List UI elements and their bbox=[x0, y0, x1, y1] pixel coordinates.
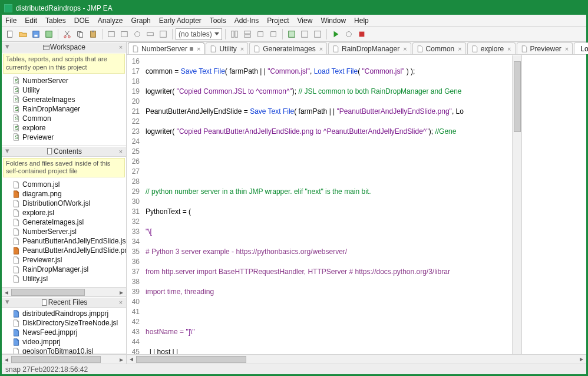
menu-doe[interactable]: DOE bbox=[74, 17, 90, 25]
editor-tab[interactable]: Utility× bbox=[206, 42, 248, 54]
tab-label: Common bbox=[426, 45, 455, 53]
recent-close-icon[interactable]: × bbox=[117, 299, 124, 306]
editor-tab[interactable]: Previewer× bbox=[517, 42, 573, 54]
recent-item[interactable]: DiskDirectorySizeTreeNode.jsl bbox=[4, 318, 124, 328]
tab-close-icon[interactable]: × bbox=[403, 45, 407, 52]
editor-tab[interactable]: RainDropManager× bbox=[328, 42, 411, 54]
editor-tab[interactable]: NumberServer× bbox=[128, 42, 204, 54]
workspace-item[interactable]: SNumberServer bbox=[4, 76, 124, 85]
workspace-item[interactable]: SGenerateImages bbox=[4, 95, 124, 104]
workspace-item[interactable]: SPreviewer bbox=[4, 133, 124, 142]
contents-item-label: Previewer.jsl bbox=[22, 256, 62, 264]
left-hscroll[interactable]: ◂▸ bbox=[2, 354, 127, 364]
code-editor[interactable]: 1617181920212223242526272829303132333435… bbox=[127, 55, 521, 354]
menu-project[interactable]: Project bbox=[267, 17, 289, 25]
contents-item[interactable]: GenerateImages.jsl bbox=[4, 217, 124, 227]
editor-hscroll[interactable]: ◂ ▸ bbox=[127, 354, 586, 364]
toolbar-cut-icon[interactable] bbox=[61, 28, 73, 40]
tab-close-icon[interactable]: × bbox=[458, 45, 461, 52]
tables-combo[interactable]: (no tables) bbox=[176, 28, 222, 40]
contents-tree: Common.jsldiagram.pngDistributionOfWork.… bbox=[2, 179, 126, 287]
toolbar-btn9-icon[interactable] bbox=[157, 28, 169, 40]
workspace-item[interactable]: SCommon bbox=[4, 114, 124, 123]
contents-item[interactable]: diagram.png bbox=[4, 189, 124, 199]
menu-early-adopter[interactable]: Early Adopter bbox=[159, 17, 201, 25]
toolbar-grp3c-icon[interactable] bbox=[312, 28, 323, 40]
contents-min-icon[interactable]: ▾ bbox=[4, 148, 11, 155]
tab-close-icon[interactable]: × bbox=[565, 45, 569, 52]
editor-tab[interactable]: explore× bbox=[467, 42, 516, 54]
toolbar-grp2a-icon[interactable] bbox=[229, 28, 240, 40]
toolbar-save-icon[interactable] bbox=[30, 28, 42, 40]
workspace-item[interactable]: Sexplore bbox=[4, 123, 124, 133]
menu-tools[interactable]: Tools bbox=[210, 17, 226, 25]
recent-item[interactable]: distributedRaindrops.jmpprj bbox=[4, 309, 124, 318]
contents-item[interactable]: Utility.jsl bbox=[4, 274, 124, 283]
toolbar-run-icon[interactable] bbox=[330, 28, 342, 40]
recent-item[interactable]: video.jmpprj bbox=[4, 337, 124, 347]
svg-rect-24 bbox=[44, 45, 49, 50]
log-tab[interactable]: Log bbox=[574, 42, 588, 54]
tab-label: RainDropManager bbox=[342, 45, 399, 53]
toolbar-btn6-icon[interactable] bbox=[118, 28, 130, 40]
svg-text:S: S bbox=[15, 115, 19, 121]
contents-item[interactable]: RainDropManager.jsl bbox=[4, 265, 124, 274]
toolbar-grp2b-icon[interactable] bbox=[242, 28, 253, 40]
contents-close-icon[interactable]: × bbox=[117, 148, 124, 155]
recent-item[interactable]: NewsFeed.jmpprj bbox=[4, 328, 124, 337]
workspace-item[interactable]: SUtility bbox=[4, 85, 124, 95]
contents-title: Contents bbox=[54, 147, 82, 156]
menu-view[interactable]: View bbox=[298, 17, 313, 25]
menu-window[interactable]: Window bbox=[321, 17, 346, 25]
contents-item[interactable]: NumberServer.jsl bbox=[4, 227, 124, 236]
contents-item[interactable]: DistributionOfWork.jsl bbox=[4, 199, 124, 208]
tab-close-icon[interactable]: × bbox=[197, 45, 200, 52]
recent-item[interactable]: geojsonToBitmap10.jsl bbox=[4, 347, 124, 354]
toolbar-grp3a-icon[interactable] bbox=[286, 28, 298, 40]
workspace-item[interactable]: SRainDropManager bbox=[4, 104, 124, 114]
toolbar-grp3b-icon[interactable] bbox=[299, 28, 310, 40]
editor-tab[interactable]: Common× bbox=[412, 42, 466, 54]
toolbar-copy-icon[interactable] bbox=[74, 28, 86, 40]
menu-help[interactable]: Help bbox=[354, 17, 369, 25]
workspace-min-icon[interactable]: ▾ bbox=[4, 44, 11, 51]
contents-hscroll[interactable]: ◂▸ bbox=[2, 287, 126, 296]
script-icon bbox=[471, 45, 478, 52]
recent-min-icon[interactable]: ▾ bbox=[4, 299, 11, 306]
contents-item[interactable]: Common.jsl bbox=[4, 180, 124, 189]
tab-close-icon[interactable]: × bbox=[319, 45, 323, 52]
toolbar-grp2d-icon[interactable] bbox=[267, 28, 279, 40]
menu-addins[interactable]: Add-Ins bbox=[234, 17, 259, 25]
svg-rect-7 bbox=[79, 32, 82, 37]
toolbar-grp2c-icon[interactable] bbox=[255, 28, 266, 40]
toolbar-btn8-icon[interactable] bbox=[144, 28, 156, 40]
editor-tab[interactable]: GenerateImages× bbox=[249, 42, 327, 54]
svg-text:S: S bbox=[15, 96, 19, 103]
left-column: ▾ Workspace × Tables, reports, and scrip… bbox=[2, 42, 127, 354]
toolbar-open-icon[interactable] bbox=[17, 28, 29, 40]
menu-file[interactable]: File bbox=[5, 17, 16, 25]
app-icon bbox=[4, 4, 12, 12]
toolbar-stop-icon[interactable] bbox=[356, 28, 368, 40]
contents-item[interactable]: PeanutButterAndJellyEndSlide.png bbox=[4, 246, 124, 255]
contents-item[interactable]: PeanutButterAndJellyEndSlide.jsl bbox=[4, 236, 124, 246]
toolbar-saveproj-icon[interactable] bbox=[43, 28, 55, 40]
toolbar-btn7-icon[interactable] bbox=[131, 28, 143, 40]
code-area[interactable]: common = Save Text File( farmPath | | "C… bbox=[142, 55, 512, 354]
menu-edit[interactable]: Edit bbox=[25, 17, 37, 25]
toolbar-btn5-icon[interactable] bbox=[105, 28, 117, 40]
toolbar-paste-icon[interactable] bbox=[87, 28, 99, 40]
workspace-close-icon[interactable]: × bbox=[117, 44, 124, 51]
title-bar: distributedRaindrops - JMP EA bbox=[2, 2, 586, 15]
toolbar-new-icon[interactable] bbox=[4, 28, 16, 40]
workspace-item-label: Previewer bbox=[22, 133, 54, 141]
editor-vscroll[interactable] bbox=[512, 55, 521, 354]
tab-close-icon[interactable]: × bbox=[240, 45, 244, 52]
toolbar-debug-icon[interactable] bbox=[343, 28, 355, 40]
menu-analyze[interactable]: Analyze bbox=[98, 17, 123, 25]
menu-graph[interactable]: Graph bbox=[131, 17, 150, 25]
menu-tables[interactable]: Tables bbox=[45, 17, 66, 25]
contents-item[interactable]: explore.jsl bbox=[4, 208, 124, 217]
tab-close-icon[interactable]: × bbox=[507, 45, 511, 52]
contents-item[interactable]: Previewer.jsl bbox=[4, 255, 124, 265]
